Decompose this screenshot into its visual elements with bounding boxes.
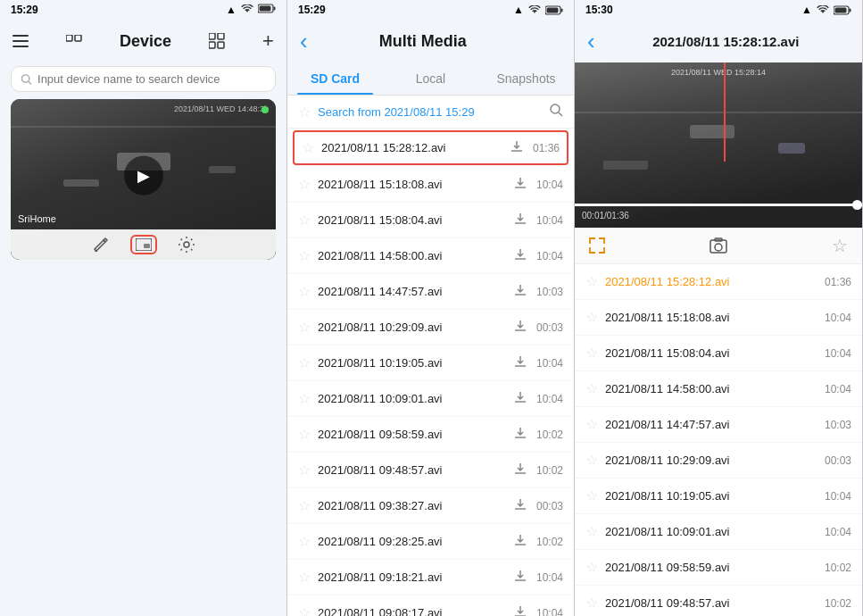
svg-rect-7 [75, 35, 81, 41]
p3-list-item[interactable]: ☆ 2021/08/11 15:28:12.avi 01:36 [575, 264, 862, 300]
p3-star-icon[interactable]: ☆ [585, 487, 598, 504]
download-icon[interactable] [513, 462, 527, 479]
add-device-button[interactable]: + [262, 29, 274, 53]
p3-star-icon[interactable]: ☆ [585, 309, 598, 326]
star-icon-item[interactable]: ☆ [298, 497, 311, 514]
p3-list-item[interactable]: ☆ 2021/08/11 10:09:01.avi 10:04 [575, 514, 862, 550]
status-bar-2: 15:29 ▲ [287, 0, 574, 20]
svg-rect-25 [835, 7, 847, 12]
p3-list-item[interactable]: ☆ 2021/08/11 14:58:00.avi 10:04 [575, 371, 862, 407]
media-item[interactable]: ☆ 2021/08/11 09:58:59.avi 10:02 [287, 417, 574, 453]
p3-list-item[interactable]: ☆ 2021/08/11 15:08:04.avi 10:04 [575, 336, 862, 371]
p3-list-item[interactable]: ☆ 2021/08/11 09:58:59.avi 10:02 [575, 550, 862, 586]
media-item[interactable]: ☆ 2021/08/11 15:08:04.avi 10:04 [287, 203, 574, 238]
download-icon[interactable] [513, 283, 527, 300]
p3-star-icon[interactable]: ☆ [585, 273, 598, 290]
settings-button[interactable] [178, 237, 195, 253]
download-icon[interactable] [513, 604, 527, 616]
svg-line-13 [29, 81, 31, 84]
edit-button[interactable] [93, 237, 109, 253]
download-icon[interactable] [513, 176, 527, 193]
star-icon-item[interactable]: ☆ [298, 176, 311, 193]
download-icon[interactable] [513, 319, 527, 336]
media-item[interactable]: ☆ 2021/08/11 10:09:01.avi 10:04 [287, 381, 574, 417]
p3-list-item[interactable]: ☆ 2021/08/11 09:48:57.avi 10:02 [575, 586, 862, 616]
media-filename: 2021/08/11 10:19:05.avi [318, 356, 506, 370]
media-filename: 2021/08/11 09:58:59.avi [318, 428, 506, 441]
search-link[interactable]: Search from 2021/08/11 15:29 [318, 105, 542, 119]
media-item[interactable]: ☆ 2021/08/11 09:08:17.avi 10:04 [287, 595, 574, 616]
download-icon[interactable] [513, 497, 527, 514]
media-item[interactable]: ☆ 2021/08/11 09:28:25.avi 10:02 [287, 524, 574, 560]
media-filename: 2021/08/11 14:47:57.avi [318, 285, 506, 298]
download-icon[interactable] [510, 139, 524, 156]
star-icon-item[interactable]: ☆ [298, 533, 311, 550]
star-icon-item[interactable]: ☆ [298, 604, 311, 616]
pip-button[interactable] [130, 235, 157, 254]
device-search-bar [11, 66, 276, 92]
media-filename: 2021/08/11 09:28:25.avi [318, 535, 506, 548]
download-icon[interactable] [513, 569, 527, 586]
media-item[interactable]: ☆ 2021/08/11 09:18:21.avi 10:04 [287, 560, 574, 595]
download-icon[interactable] [513, 212, 527, 229]
video-player[interactable]: 2021/08/11 WED 15:28:14 00:01/01:36 [575, 62, 862, 228]
p3-star-icon[interactable]: ☆ [585, 452, 598, 469]
search-input[interactable] [37, 72, 266, 86]
p3-star-icon[interactable]: ☆ [585, 595, 598, 612]
star-icon-item[interactable]: ☆ [298, 462, 311, 479]
star-icon-item[interactable]: ☆ [298, 426, 311, 443]
download-icon[interactable] [513, 426, 527, 443]
menu-button[interactable] [12, 35, 29, 47]
star-icon-item[interactable]: ☆ [298, 569, 311, 586]
p3-star-icon[interactable]: ☆ [585, 416, 598, 433]
download-icon[interactable] [513, 533, 527, 550]
expand-video-button[interactable] [589, 237, 605, 254]
p3-star-icon[interactable]: ☆ [585, 523, 598, 540]
back-button-3[interactable]: ‹ [587, 28, 595, 55]
download-icon[interactable] [513, 390, 527, 407]
media-duration: 10:04 [535, 250, 563, 262]
download-icon[interactable] [513, 247, 527, 264]
video-progress-bar[interactable] [575, 204, 862, 206]
media-item[interactable]: ☆ 2021/08/11 14:47:57.avi 10:03 [287, 274, 574, 310]
star-icon-item[interactable]: ☆ [298, 283, 311, 300]
media-item[interactable]: ☆ 2021/08/11 09:48:57.avi 10:02 [287, 453, 574, 488]
star-icon-item[interactable]: ☆ [298, 354, 311, 371]
media-item[interactable]: ☆ 2021/08/11 15:18:08.avi 10:04 [287, 167, 574, 203]
favorite-video-button[interactable]: ☆ [832, 235, 848, 256]
p3-list-item[interactable]: ☆ 2021/08/11 10:19:05.avi 10:04 [575, 479, 862, 514]
expand-button[interactable] [66, 35, 82, 47]
star-icon-item[interactable]: ☆ [298, 212, 311, 229]
screenshot-button[interactable] [709, 237, 727, 254]
media-item[interactable]: ☆ 2021/08/11 10:19:05.avi 10:04 [287, 345, 574, 381]
media-item[interactable]: ☆ 2021/08/11 14:58:00.avi 10:04 [287, 238, 574, 274]
nav-bar-media: ‹ Multi Media [287, 20, 574, 62]
tab-snapshots[interactable]: Snapshots [478, 62, 574, 95]
media-item[interactable]: ☆ 2021/08/11 15:28:12.avi 01:36 [293, 130, 568, 165]
time-1: 15:29 [11, 4, 38, 16]
back-button-2[interactable]: ‹ [300, 28, 308, 55]
tab-sd-card[interactable]: SD Card [287, 62, 383, 95]
p3-list-item[interactable]: ☆ 2021/08/11 14:47:57.avi 10:03 [575, 407, 862, 443]
media-duration: 00:03 [535, 321, 563, 334]
p3-list-item[interactable]: ☆ 2021/08/11 15:18:08.avi 10:04 [575, 300, 862, 336]
p3-star-icon[interactable]: ☆ [585, 345, 598, 362]
search-icon-button[interactable] [549, 103, 563, 121]
battery-icon-3 [834, 5, 851, 15]
star-icon-item[interactable]: ☆ [298, 247, 311, 264]
media-item[interactable]: ☆ 2021/08/11 09:38:27.avi 00:03 [287, 488, 574, 524]
p3-star-icon[interactable]: ☆ [585, 380, 598, 397]
media-item[interactable]: ☆ 2021/08/11 10:29:09.avi 00:03 [287, 310, 574, 345]
p3-list-item[interactable]: ☆ 2021/08/11 10:29:09.avi 00:03 [575, 443, 862, 479]
location-icon: ▲ [226, 4, 236, 16]
p3-filename: 2021/08/11 15:18:08.avi [605, 311, 816, 324]
tab-local[interactable]: Local [383, 62, 478, 95]
star-icon-item[interactable]: ☆ [302, 139, 314, 156]
p3-star-icon[interactable]: ☆ [585, 559, 598, 576]
grid-button[interactable] [209, 33, 225, 49]
star-icon-item[interactable]: ☆ [298, 390, 311, 407]
star-icon-item[interactable]: ☆ [298, 319, 311, 336]
media-filename: 2021/08/11 15:08:04.avi [318, 213, 506, 227]
download-icon[interactable] [513, 354, 527, 371]
play-button[interactable]: ▶ [124, 156, 163, 196]
